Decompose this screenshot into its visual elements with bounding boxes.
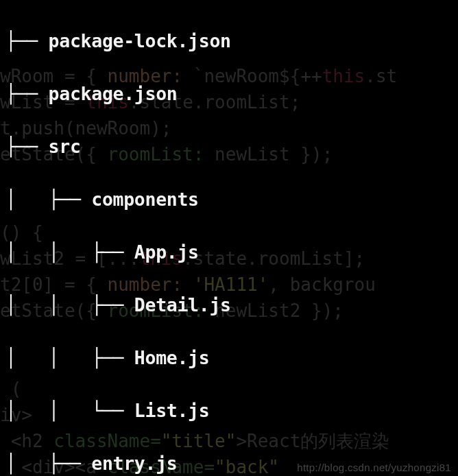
tree-line: │ ├── components <box>5 187 241 213</box>
tree-line: │ ├── entry.js <box>5 451 241 477</box>
tree-line: ├── package.json <box>5 81 241 108</box>
tree-line: │ │ ├── App.js <box>5 239 241 266</box>
tree-line: │ │ └── List.js <box>5 398 241 425</box>
tree-line: ├── src <box>5 134 241 160</box>
file-tree: ├── package-lock.json ├── package.json ├… <box>0 0 241 476</box>
watermark: http://blog.csdn.net/yuzhongzi81 <box>297 462 451 473</box>
tree-line: │ │ ├── Home.js <box>5 345 241 372</box>
tree-line: ├── package-lock.json <box>5 28 241 55</box>
tree-line: │ │ ├── Detail.js <box>5 292 241 319</box>
